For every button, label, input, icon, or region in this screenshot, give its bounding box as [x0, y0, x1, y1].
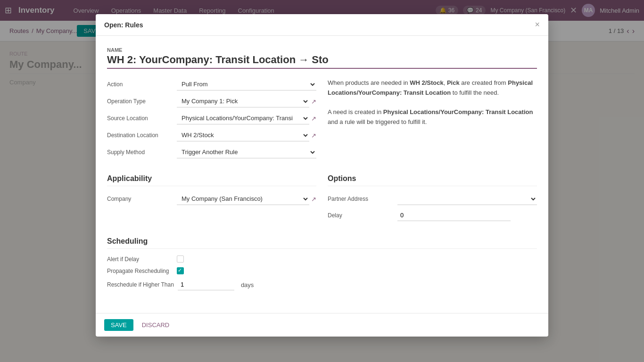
action-field-row: Action Pull From: [107, 78, 316, 90]
name-label: Name: [107, 47, 537, 53]
form-left: Action Pull From Operation Type My Comp: [107, 78, 316, 95]
name-input[interactable]: [107, 54, 537, 69]
action-select-wrap: Pull From: [177, 78, 316, 90]
modal-close-button[interactable]: ×: [535, 20, 540, 30]
action-select[interactable]: Pull From: [177, 78, 316, 90]
action-label: Action: [107, 81, 173, 88]
modal-title: Open: Rules: [104, 21, 143, 29]
modal-body: Name Action Pull From: [96, 36, 548, 95]
form-main-section: Action Pull From Operation Type My Comp: [107, 78, 537, 95]
info-text: When products are needed in WH 2/Stock, …: [328, 78, 537, 95]
rules-modal: Open: Rules × Name Action Pull From: [96, 14, 548, 95]
modal-overlay: Open: Rules × Name Action Pull From: [0, 0, 644, 95]
modal-header: Open: Rules ×: [96, 14, 548, 36]
form-right: When products are needed in WH 2/Stock, …: [328, 78, 537, 95]
